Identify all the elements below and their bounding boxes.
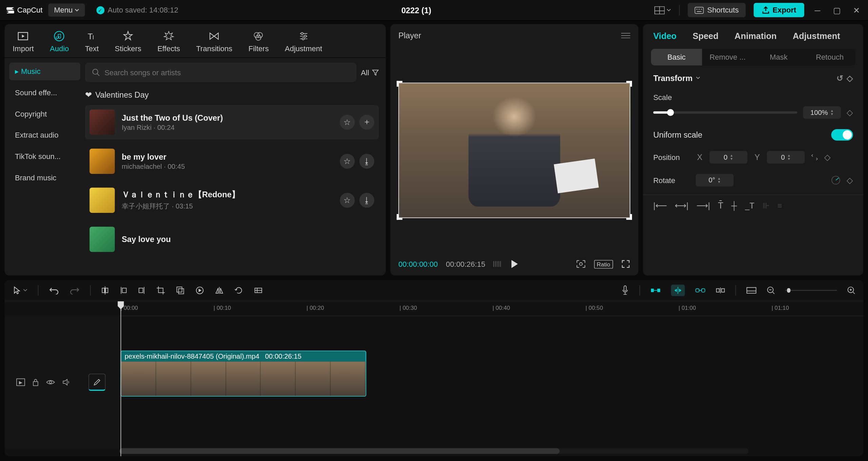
align-right-icon[interactable]: ⟶| [696,201,710,210]
reverse-tool[interactable] [195,286,204,295]
minimize-button[interactable]: ─ [812,5,823,15]
layout-icon[interactable] [654,6,671,14]
align-center-v-icon[interactable]: ┼ [731,201,737,210]
keyframe-icon[interactable]: ◇ [847,176,853,185]
song-item[interactable]: be my lovermichaelachel · 00:45 ☆ ⭳ [85,144,379,179]
favorite-button[interactable]: ☆ [340,154,355,169]
filter-button[interactable]: All [361,68,379,77]
snap-tool[interactable] [671,285,685,296]
subtab-basic[interactable]: Basic [651,49,702,65]
eye-icon[interactable] [46,379,55,385]
audio-cat-sfx[interactable]: Sound effe... [9,84,80,101]
favorite-button[interactable]: ☆ [340,115,355,130]
pointer-tool[interactable] [13,286,27,295]
audio-cat-extract[interactable]: Extract audio [9,126,80,144]
subtab-remove[interactable]: Remove ... [702,49,753,65]
link-tool[interactable] [695,286,705,295]
video-preview[interactable] [398,83,630,218]
tab-text[interactable]: TIText [77,24,107,57]
preview-cut-tool[interactable] [716,286,725,295]
copy-tool[interactable] [176,286,185,295]
preview-quality-icon[interactable] [575,259,586,268]
audio-cat-tiktok[interactable]: TikTok soun... [9,147,80,165]
chevron-down-icon[interactable] [696,76,701,80]
tab-stickers[interactable]: Stickers [107,24,150,57]
timeline-tracks[interactable]: pexels-mikhail-nilov-8847405 (Original).… [119,316,863,448]
subtab-retouch[interactable]: Retouch [804,49,855,65]
ratio-button[interactable]: Ratio [594,260,613,268]
shortcuts-button[interactable]: Shortcuts [688,3,746,17]
audio-cat-brand[interactable]: Brand music [9,169,80,186]
subtab-mask[interactable]: Mask [753,49,804,65]
redo-button[interactable] [70,286,80,295]
align-center-h-icon[interactable]: ⟷| [675,201,688,210]
uniform-scale-toggle[interactable] [831,129,853,141]
audio-cat-copyright[interactable]: Copyright [9,105,80,123]
magnet-tool[interactable] [650,286,660,295]
track-header-tool[interactable] [746,287,756,294]
search-input[interactable] [104,68,349,77]
zoom-in-tool[interactable] [847,286,855,295]
video-clip[interactable]: pexels-mikhail-nilov-8847405 (Original).… [121,350,367,396]
song-item[interactable]: Ｖａｌｅｎｔｉｎｅ【Redone】幸子小姐拜托了 · 03:15 ☆ ⭳ [85,183,379,218]
mic-tool[interactable] [621,285,629,295]
add-button[interactable]: ＋ [359,115,374,130]
close-button[interactable]: ✕ [851,5,862,15]
insp-tab-adjustment[interactable]: Adjustment [793,31,840,45]
keyframe-icon[interactable]: ◇ [847,74,853,83]
distribute-h-icon[interactable]: ⊪ [763,201,769,210]
crop-tool[interactable] [156,286,165,295]
zoom-out-tool[interactable] [767,286,775,295]
trim-right-tool[interactable] [138,286,146,295]
align-bottom-icon[interactable]: _T [745,201,754,210]
zoom-slider[interactable] [785,287,837,293]
rotate-tool[interactable] [234,286,243,295]
mirror-tool[interactable] [215,286,224,295]
player-menu-icon[interactable] [621,32,630,39]
scale-slider[interactable] [653,111,797,114]
timeline-scrollbar[interactable] [119,448,749,454]
split-tool[interactable] [101,286,109,295]
tab-effects[interactable]: Effects [149,24,188,57]
insp-tab-animation[interactable]: Animation [734,31,776,45]
download-button[interactable]: ⭳ [359,154,374,169]
search-box[interactable] [85,63,356,82]
trim-left-tool[interactable] [119,286,127,295]
link-xy-icon[interactable] [811,153,819,161]
rotate-input[interactable]: 0°▲▼ [696,174,734,186]
rotate-dial-icon[interactable] [831,175,841,185]
insp-tab-video[interactable]: Video [653,31,677,45]
mute-icon[interactable] [62,378,70,386]
align-left-icon[interactable]: |⟵ [653,201,667,210]
tab-filters[interactable]: Filters [240,24,277,57]
tab-adjustment[interactable]: Adjustment [277,24,330,57]
insp-tab-speed[interactable]: Speed [693,31,718,45]
position-x-input[interactable]: 0▲▼ [710,151,748,163]
export-button[interactable]: Export [754,3,804,17]
cover-icon[interactable] [16,378,25,386]
fullscreen-icon[interactable] [621,259,630,268]
menu-button[interactable]: Menu [48,3,85,17]
song-item[interactable]: Say love you [85,222,379,257]
keyframe-icon[interactable]: ◇ [847,108,853,117]
align-top-icon[interactable]: T̄ [718,201,723,210]
scale-input[interactable]: 100%▲▼ [803,106,841,119]
tab-import[interactable]: Import [5,24,42,57]
distribute-v-icon[interactable]: ≡ [777,201,782,210]
play-button[interactable] [511,259,519,268]
keyframe-icon[interactable]: ◇ [824,153,831,162]
download-button[interactable]: ⭳ [359,193,374,208]
song-item[interactable]: Just the Two of Us (Cover)Iyan Rizki · 0… [85,105,379,140]
timeline-ruler[interactable]: | 00:00 | 00:10 | 00:20 | 00:30 | 00:40 … [119,301,863,316]
favorite-button[interactable]: ☆ [340,193,355,208]
grid-icon[interactable] [493,260,502,268]
reset-icon[interactable]: ↺ [836,74,843,83]
pencil-tool[interactable] [88,374,106,391]
audio-cat-music[interactable]: ▸ Music [9,63,80,80]
lock-icon[interactable] [32,378,39,386]
playhead[interactable] [121,301,121,456]
maximize-button[interactable]: ▢ [831,5,843,15]
tab-audio[interactable]: Audio [42,24,77,57]
crop-ratio-tool[interactable] [254,286,263,295]
tab-transitions[interactable]: Transitions [188,24,240,57]
